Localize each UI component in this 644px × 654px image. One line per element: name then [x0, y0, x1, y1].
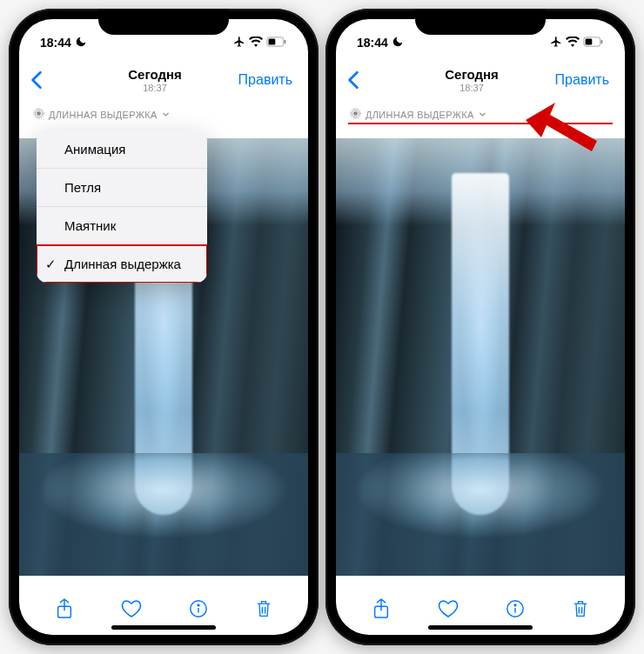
menu-item-label: Длинная выдержка [64, 257, 181, 271]
svg-rect-11 [586, 39, 593, 45]
menu-item-animation[interactable]: Анимация [37, 130, 207, 169]
favorite-button[interactable] [114, 592, 149, 628]
battery-icon [583, 36, 604, 50]
favorite-button[interactable] [431, 592, 466, 628]
delete-button[interactable] [248, 591, 279, 629]
screen: 18:44 [19, 19, 308, 635]
annotation-arrow [524, 94, 602, 158]
live-photo-icon [33, 108, 44, 121]
svg-point-13 [353, 111, 357, 115]
photo-content [336, 138, 625, 576]
effect-label: ДЛИННАЯ ВЫДЕРЖКА [49, 110, 158, 120]
back-button[interactable] [30, 70, 82, 90]
notch [98, 9, 229, 35]
phone-left: 18:44 [9, 9, 319, 645]
svg-point-3 [37, 111, 40, 115]
delete-button[interactable] [565, 591, 596, 629]
edit-button[interactable]: Править [555, 72, 614, 87]
check-icon: ✓ [45, 257, 57, 272]
svg-point-19 [514, 604, 516, 605]
nav-title: Сегодня [82, 67, 228, 82]
info-button[interactable] [182, 592, 215, 628]
home-indicator[interactable] [111, 625, 216, 630]
chevron-down-icon [479, 110, 486, 120]
airplane-icon [233, 36, 245, 50]
nav-subtitle: 18:37 [82, 83, 228, 93]
svg-rect-2 [285, 40, 286, 43]
menu-item-label: Анимация [64, 142, 125, 157]
airplane-icon [550, 36, 562, 50]
wifi-icon [566, 36, 580, 50]
svg-point-9 [198, 604, 199, 605]
menu-item-long-exposure[interactable]: ✓ Длинная выдержка [37, 245, 207, 283]
effect-menu: Анимация Петля Маятник ✓ Длинная выдержк… [37, 130, 207, 283]
home-indicator[interactable] [428, 625, 533, 630]
svg-rect-12 [601, 40, 603, 43]
share-button[interactable] [48, 591, 81, 630]
nav-bar: Сегодня 18:37 Править [19, 57, 308, 103]
svg-marker-20 [526, 103, 597, 151]
edit-button[interactable]: Править [238, 72, 298, 87]
status-time: 18:44 [40, 36, 71, 50]
nav-subtitle: 18:37 [399, 83, 545, 93]
svg-rect-1 [269, 39, 276, 45]
menu-item-bounce[interactable]: Маятник [37, 207, 207, 245]
share-button[interactable] [365, 591, 398, 630]
effect-label: ДЛИННАЯ ВЫДЕРЖКА [366, 110, 474, 120]
back-button[interactable] [346, 70, 399, 90]
moon-icon [75, 36, 87, 50]
menu-item-loop[interactable]: Петля [37, 169, 207, 207]
chevron-down-icon [162, 110, 170, 120]
menu-item-label: Маятник [64, 218, 116, 233]
info-button[interactable] [499, 592, 532, 628]
menu-item-label: Петля [64, 180, 101, 195]
wifi-icon [249, 36, 263, 50]
phone-right: 18:44 [325, 9, 635, 645]
battery-icon [266, 36, 287, 50]
live-photo-icon [350, 108, 361, 121]
moon-icon [392, 36, 404, 50]
photo-area[interactable] [336, 126, 625, 588]
nav-title: Сегодня [399, 67, 545, 82]
screen: 18:44 [336, 19, 625, 635]
effect-dropdown[interactable]: ДЛИННАЯ ВЫДЕРЖКА [19, 103, 308, 126]
status-time: 18:44 [357, 36, 388, 50]
notch [415, 9, 546, 35]
